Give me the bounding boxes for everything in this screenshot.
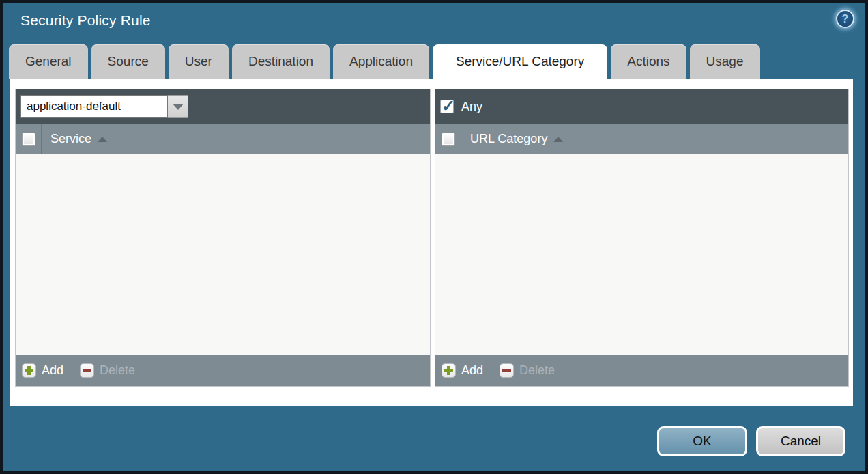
- minus-icon: [500, 363, 514, 378]
- service-list: [16, 154, 430, 355]
- service-grid-header: Service: [16, 124, 430, 154]
- tab-user[interactable]: User: [169, 44, 229, 79]
- url-category-list: [435, 154, 848, 355]
- add-url-category-button[interactable]: Add: [442, 363, 483, 378]
- dialog-title: Security Policy Rule: [20, 12, 151, 29]
- help-question-icon[interactable]: ?: [836, 10, 854, 28]
- service-select-all-checkbox[interactable]: [22, 133, 35, 146]
- delete-url-category-label: Delete: [519, 363, 555, 378]
- chevron-down-icon[interactable]: [168, 95, 188, 118]
- tab-application[interactable]: Application: [333, 44, 429, 79]
- delete-service-button[interactable]: Delete: [80, 363, 135, 378]
- add-service-label: Add: [42, 363, 63, 378]
- add-url-category-label: Add: [461, 363, 483, 378]
- delete-url-category-button[interactable]: Delete: [500, 363, 555, 378]
- tab-bar: General Source User Destination Applicat…: [9, 44, 760, 79]
- sort-ascending-icon: [553, 137, 563, 142]
- chevron-down-glyph: [173, 104, 184, 110]
- add-service-button[interactable]: Add: [22, 363, 63, 378]
- plus-icon: [22, 363, 36, 378]
- minus-icon: [80, 363, 94, 378]
- tab-source[interactable]: Source: [91, 44, 165, 79]
- url-category-column-label: URL Category: [470, 132, 547, 146]
- tab-usage[interactable]: Usage: [690, 44, 760, 79]
- service-type-input[interactable]: [20, 95, 168, 118]
- any-label: Any: [461, 100, 482, 114]
- url-category-grid-header: URL Category: [435, 124, 848, 154]
- sort-ascending-icon: [98, 137, 107, 142]
- service-type-combo: [20, 95, 188, 118]
- url-category-select-all-checkbox[interactable]: [442, 133, 455, 146]
- url-category-column-header[interactable]: URL Category: [470, 124, 563, 154]
- any-checkbox[interactable]: [440, 100, 454, 113]
- url-category-select-all-cell: [435, 124, 461, 154]
- screen: Security Policy Rule ? General Source Us…: [0, 0, 868, 474]
- delete-service-label: Delete: [100, 363, 135, 378]
- service-column-label: Service: [50, 132, 91, 146]
- tab-service-url-category[interactable]: Service/URL Category: [433, 44, 607, 79]
- service-column-header[interactable]: Service: [50, 124, 107, 154]
- service-panel: Service Add Delete: [15, 89, 431, 387]
- ok-button[interactable]: OK: [657, 426, 747, 456]
- tab-content: Service Add Delete: [10, 79, 853, 406]
- service-footer: Add Delete: [16, 355, 430, 386]
- tab-destination[interactable]: Destination: [232, 44, 330, 79]
- service-select-all-cell: [16, 124, 42, 154]
- cancel-button[interactable]: Cancel: [756, 426, 845, 456]
- url-category-panel: Any URL Category Add: [435, 89, 849, 387]
- url-category-footer: Add Delete: [435, 355, 848, 386]
- url-category-toolbar: Any: [435, 89, 848, 124]
- service-toolbar: [16, 89, 430, 124]
- tab-general[interactable]: General: [9, 44, 88, 79]
- security-policy-rule-dialog: Security Policy Rule ? General Source Us…: [3, 3, 865, 471]
- tab-actions[interactable]: Actions: [611, 44, 686, 79]
- plus-icon: [442, 363, 456, 378]
